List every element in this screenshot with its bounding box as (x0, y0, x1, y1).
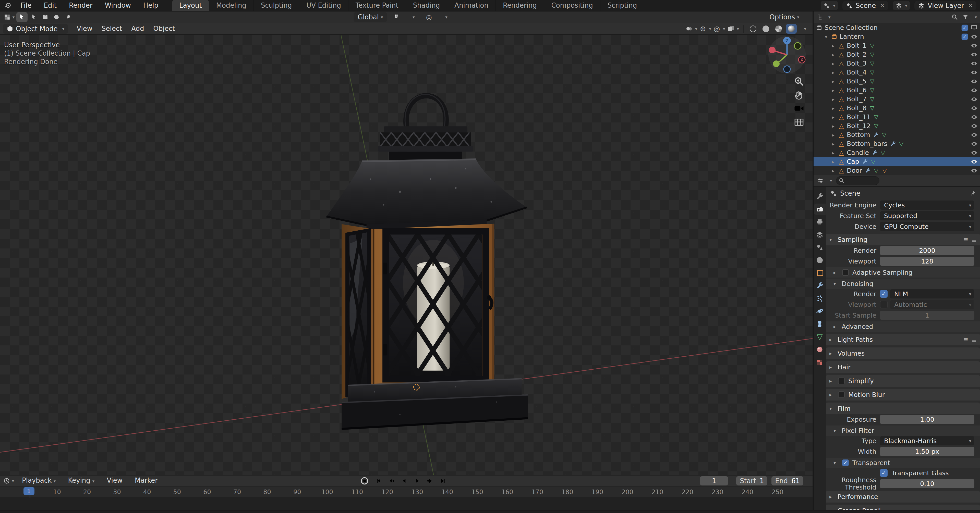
panel-checkbox[interactable]: ✓ (842, 459, 849, 466)
panel-header-hair[interactable]: ▸Hair (826, 361, 980, 373)
outliner-row-cap[interactable]: ▸△Cap▽ (814, 157, 980, 166)
gizmo-dropdown-button[interactable]: ⊕▾ (700, 24, 711, 34)
expand-toggle-icon[interactable]: ▸ (830, 97, 836, 102)
eye-icon[interactable] (971, 114, 977, 121)
shading-rendered-button[interactable] (786, 24, 797, 34)
workspace-tab-modeling[interactable]: Modeling (209, 0, 254, 11)
properties-tab-view-layer[interactable] (814, 229, 826, 240)
render-engine-dropdown[interactable]: Cycles (880, 200, 974, 210)
menu-render[interactable]: Render (63, 0, 99, 11)
workspace-tab-scripting[interactable]: Scripting (600, 0, 644, 11)
outliner-row-bottom[interactable]: ▸△Bottom▽ (814, 130, 980, 139)
play-button[interactable] (412, 476, 422, 486)
feature-set-dropdown[interactable]: Supported (880, 211, 974, 221)
eye-icon[interactable] (971, 141, 977, 147)
tool-select-lasso-button[interactable] (63, 12, 73, 22)
eye-icon[interactable] (971, 69, 977, 76)
timeline-menu-playback[interactable]: Playback▾ (16, 475, 62, 487)
panel-header-motion-blur[interactable]: ▸Motion Blur (826, 389, 980, 400)
filter-icon[interactable] (962, 14, 969, 21)
expand-toggle-icon[interactable]: ▸ (830, 61, 836, 66)
playhead-chip[interactable]: 1 (24, 487, 35, 495)
orientation-dropdown[interactable]: Global▾ (353, 12, 387, 22)
outliner-row-door[interactable]: ▸△Door▽▽ (814, 166, 980, 175)
timeline-menu-keying[interactable]: Keying▾ (62, 475, 101, 487)
workspace-tab-compositing[interactable]: Compositing (544, 0, 600, 11)
timeline-track-area[interactable] (0, 498, 813, 510)
start-frame-field[interactable]: Start 1 (736, 476, 767, 486)
navigation-gizmo[interactable]: Z X (768, 36, 806, 74)
proportional-edit-button[interactable]: ◎ (423, 12, 434, 22)
properties-tab-object[interactable] (814, 267, 826, 279)
viewport-menu-add[interactable]: Add (127, 23, 149, 34)
outliner-row-bolt-4[interactable]: ▸△Bolt_4▽ (814, 68, 980, 77)
preset-list-icon[interactable]: ≡ (963, 236, 968, 243)
properties-tab-texture[interactable] (814, 357, 826, 368)
properties-editor-type-icon[interactable] (817, 177, 824, 184)
toggle-perspective-icon[interactable] (794, 117, 804, 127)
panel-header-transparent[interactable]: ▾✓Transparent (826, 457, 980, 468)
panel-header-performance[interactable]: ▸Performance (826, 491, 980, 502)
expand-toggle-icon[interactable]: ▸ (830, 70, 836, 75)
viewport-menu-object[interactable]: Object (149, 23, 180, 34)
menu-edit[interactable]: Edit (38, 0, 63, 11)
viewport-3d-canvas[interactable]: User Perspective (1) Scene Collection | … (0, 35, 813, 475)
screen-icon[interactable] (971, 24, 977, 31)
scene-unlink-icon[interactable]: ✕ (880, 2, 885, 9)
eye-icon[interactable] (971, 167, 977, 174)
timeline-menu-marker[interactable]: Marker (129, 475, 164, 487)
preset-list-icon[interactable]: ≡ (963, 336, 968, 343)
eye-icon[interactable] (971, 96, 977, 103)
properties-tab-object-data[interactable]: ▽ (814, 331, 826, 342)
render-field[interactable]: 2000 (880, 246, 974, 255)
panel-checkbox[interactable] (842, 269, 849, 276)
width-field[interactable]: 1.50 px (880, 447, 974, 456)
panel-menu-icon[interactable]: ≣ (971, 336, 977, 343)
panel-header-light-paths[interactable]: ▸Light Paths≡≣ (826, 334, 980, 345)
editor-type-button[interactable]: ▾ (3, 12, 15, 22)
exposure-field[interactable]: 1.00 (880, 415, 974, 424)
panel-header-advanced[interactable]: ▸Advanced (826, 321, 980, 332)
eye-icon[interactable] (971, 60, 977, 67)
panel-header-sampling[interactable]: ▾Sampling≡≣ (826, 233, 980, 245)
scene-browse-button[interactable]: ▾ (821, 1, 838, 10)
properties-tab-output[interactable] (814, 216, 826, 227)
current-frame-field[interactable]: 1 (700, 476, 728, 486)
timeline-menu-view[interactable]: View (100, 475, 129, 487)
transparent-glass-checkbox[interactable]: ✓ (880, 469, 888, 477)
panel-header-grease-pencil[interactable]: ▸Grease Pencil (826, 505, 980, 510)
camera-view-icon[interactable] (794, 103, 804, 114)
panel-menu-icon[interactable]: ≣ (971, 236, 977, 243)
roughness-threshold-field[interactable]: 0.10 (880, 479, 974, 488)
outliner-row-bolt-11[interactable]: ▸△Bolt_11▽ (814, 113, 980, 121)
device-dropdown[interactable]: GPU Compute (880, 222, 974, 231)
expand-toggle-icon[interactable]: ▸ (830, 123, 836, 129)
view-layer-selector[interactable]: View Layer ✕ (915, 1, 977, 10)
auto-key-icon[interactable] (360, 476, 370, 486)
panel-header-adaptive-sampling[interactable]: ▸Adaptive Sampling (826, 267, 980, 278)
panel-header-simplify[interactable]: ▸Simplify (826, 375, 980, 387)
timeline-ruler[interactable]: 1020304050607080901001101201301401501601… (0, 486, 813, 498)
workspace-tab-shading[interactable]: Shading (406, 0, 447, 11)
outliner-row-scene-collection[interactable]: Scene Collection✓ (814, 23, 980, 32)
outliner-row-bolt-2[interactable]: ▸△Bolt_2▽ (814, 50, 980, 59)
properties-tab-scene[interactable] (814, 242, 826, 253)
outliner-display-mode-icon[interactable] (817, 14, 824, 21)
properties-tab-physics[interactable] (814, 306, 826, 317)
scene-selector[interactable]: Scene ✕ (842, 1, 888, 10)
view-layer-remove-icon[interactable]: ✕ (968, 2, 973, 9)
collection-checkbox[interactable]: ✓ (962, 33, 968, 40)
view-layer-browse-button[interactable]: ▾ (893, 1, 910, 10)
viewport-field[interactable]: 128 (880, 257, 974, 266)
properties-tab-render[interactable] (814, 203, 826, 215)
expand-toggle-icon[interactable]: ▸ (830, 87, 836, 93)
expand-toggle-icon[interactable]: ▸ (830, 79, 836, 84)
expand-toggle-icon[interactable]: ▸ (830, 150, 836, 156)
menu-file[interactable]: File (14, 0, 38, 11)
play-reverse-button[interactable] (399, 476, 409, 486)
shading-wireframe-button[interactable] (748, 24, 759, 34)
collection-checkbox[interactable]: ✓ (962, 24, 968, 31)
render-dropdown[interactable]: NLM (890, 289, 974, 299)
outliner-row-bolt-8[interactable]: ▸△Bolt_8▽ (814, 103, 980, 113)
proportional-falloff-dropdown[interactable]: ▾ (439, 12, 451, 22)
